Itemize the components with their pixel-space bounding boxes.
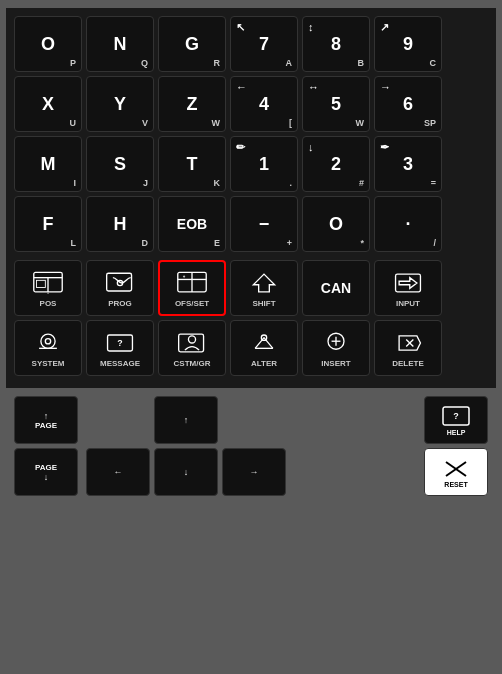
key-EOB[interactable]: EOB E: [158, 196, 226, 252]
key-minus[interactable]: − +: [230, 196, 298, 252]
key-7[interactable]: ↖ 7 A: [230, 16, 298, 72]
system-icon: [32, 329, 64, 357]
key-reset[interactable]: RESET: [424, 448, 488, 496]
key-N[interactable]: N Q: [86, 16, 154, 72]
svg-text:?: ?: [453, 411, 459, 421]
svg-point-18: [188, 335, 195, 342]
key-arrow-up[interactable]: ↑: [154, 396, 218, 444]
arrow-keys: ↑ ← ↓ →: [86, 396, 286, 496]
key-H[interactable]: H D: [86, 196, 154, 252]
bottom-section: ↑ PAGE PAGE ↓ ↑ ← ↓ →: [6, 388, 496, 500]
cstmgr-icon: [176, 329, 208, 357]
key-1[interactable]: ✏ 1 .: [230, 136, 298, 192]
key-M[interactable]: M I: [14, 136, 82, 192]
key-SHIFT[interactable]: SHIFT: [230, 260, 298, 316]
key-PROG[interactable]: PROG: [86, 260, 154, 316]
svg-marker-11: [399, 277, 417, 288]
key-O2[interactable]: O *: [302, 196, 370, 252]
page-keys: ↑ PAGE PAGE ↓: [14, 396, 78, 496]
key-page-up[interactable]: ↑ PAGE: [14, 396, 78, 444]
help-reset-block: ? HELP RESET: [424, 396, 488, 496]
key-CSTMGR[interactable]: CSTM/GR: [158, 320, 226, 376]
key-row-4: F L H D EOB E − + O * · /: [14, 196, 488, 252]
key-F[interactable]: F L: [14, 196, 82, 252]
key-dot[interactable]: · /: [374, 196, 442, 252]
keyboard-area: O P N Q G R ↖ 7 A ↕ 8 B ↗ 9 C X U: [6, 8, 496, 388]
nav-wrapper: ↑ PAGE PAGE ↓ ↑ ← ↓ →: [14, 396, 488, 496]
key-arrow-down[interactable]: ↓: [154, 448, 218, 496]
key-page-down[interactable]: PAGE ↓: [14, 448, 78, 496]
key-G[interactable]: G R: [158, 16, 226, 72]
key-S[interactable]: S J: [86, 136, 154, 192]
pos-icon: +: [32, 269, 64, 297]
input-icon: [392, 269, 424, 297]
key-SYSTEM[interactable]: SYSTEM: [14, 320, 82, 376]
key-row-2: X U Y V Z W ← 4 [ ↔ 5 W → 6 SP: [14, 76, 488, 132]
key-POS[interactable]: + POS: [14, 260, 82, 316]
svg-text:?: ?: [117, 337, 122, 347]
key-3[interactable]: ✒ 3 =: [374, 136, 442, 192]
key-arrow-right[interactable]: →: [222, 448, 286, 496]
svg-rect-3: [36, 280, 45, 287]
svg-point-14: [45, 338, 50, 343]
svg-point-13: [41, 334, 55, 348]
key-4[interactable]: ← 4 [: [230, 76, 298, 132]
insert-icon: [320, 329, 352, 357]
help-icon: ?: [441, 405, 471, 429]
key-INSERT[interactable]: INSERT: [302, 320, 370, 376]
can-label: CAN: [321, 281, 351, 295]
key-MESSAGE[interactable]: ? MESSAGE: [86, 320, 154, 376]
delete-icon: [392, 329, 424, 357]
key-OFS-SET[interactable]: + OFS/SET: [158, 260, 226, 316]
prog-icon: [104, 269, 136, 297]
key-T[interactable]: T K: [158, 136, 226, 192]
message-icon: ?: [104, 329, 136, 357]
key-9[interactable]: ↗ 9 C: [374, 16, 442, 72]
key-5[interactable]: ↔ 5 W: [302, 76, 370, 132]
key-help[interactable]: ? HELP: [424, 396, 488, 444]
key-CAN[interactable]: CAN: [302, 260, 370, 316]
key-Z[interactable]: Z W: [158, 76, 226, 132]
shift-icon: [248, 269, 280, 297]
key-ALTER[interactable]: ALTER: [230, 320, 298, 376]
key-row-3: M I S J T K ✏ 1 . ↓ 2 # ✒ 3 =: [14, 136, 488, 192]
function-row-1: + POS PROG + OFS/SET: [14, 260, 488, 316]
key-arrow-left[interactable]: ←: [86, 448, 150, 496]
key-O[interactable]: O P: [14, 16, 82, 72]
reset-icon: [441, 457, 471, 481]
function-row-2: SYSTEM ? MESSAGE CSTM/GR: [14, 320, 488, 376]
alter-icon: [248, 329, 280, 357]
key-X[interactable]: X U: [14, 76, 82, 132]
key-Y[interactable]: Y V: [86, 76, 154, 132]
key-row-1: O P N Q G R ↖ 7 A ↕ 8 B ↗ 9 C: [14, 16, 488, 72]
key-8[interactable]: ↕ 8 B: [302, 16, 370, 72]
key-6[interactable]: → 6 SP: [374, 76, 442, 132]
key-DELETE[interactable]: DELETE: [374, 320, 442, 376]
key-2[interactable]: ↓ 2 #: [302, 136, 370, 192]
svg-text:+: +: [183, 273, 186, 278]
ofs-set-icon: +: [176, 269, 208, 297]
key-INPUT[interactable]: INPUT: [374, 260, 442, 316]
